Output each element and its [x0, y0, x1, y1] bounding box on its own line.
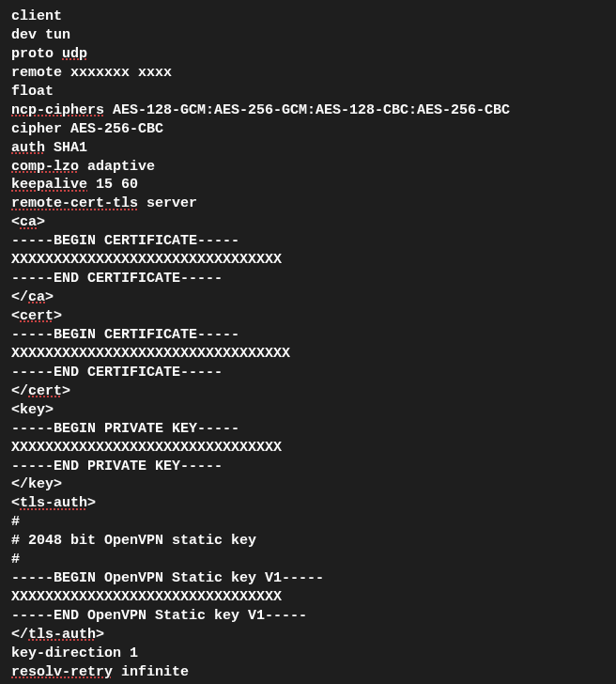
config-line: </cert> — [11, 382, 605, 401]
spell-underline-text: keepalive — [11, 177, 87, 193]
config-line: # — [11, 513, 605, 532]
config-line: -----END OpenVPN Static key V1----- — [11, 607, 605, 626]
config-text: server — [138, 195, 197, 211]
config-text: -----BEGIN CERTIFICATE----- — [11, 327, 239, 343]
config-line: remote xxxxxxx xxxx — [11, 64, 605, 83]
config-text: </ — [11, 289, 28, 305]
config-line: cipher AES-256-CBC — [11, 120, 605, 139]
config-line: <cert> — [11, 307, 605, 326]
config-line: </tls-auth> — [11, 626, 605, 645]
config-text: < — [11, 308, 20, 324]
config-line: # — [11, 551, 605, 569]
config-text: remote xxxxxxx xxxx — [11, 65, 172, 81]
config-line: </key> — [11, 475, 605, 494]
config-line: resolv-retry infinite — [11, 663, 605, 682]
config-line: key-direction 1 — [11, 645, 605, 663]
spell-underline-text: ncp-ciphers — [11, 102, 104, 118]
config-line: <key> — [11, 401, 605, 420]
config-text: -----END CERTIFICATE----- — [11, 271, 223, 287]
config-text: -----END OpenVPN Static key V1----- — [11, 608, 307, 624]
spell-underline-text: resolv-retry — [11, 664, 113, 680]
config-text: > — [37, 214, 45, 230]
config-line: dev tun — [11, 26, 605, 45]
config-line: -----BEGIN PRIVATE KEY----- — [11, 420, 605, 439]
config-line: XXXXXXXXXXXXXXXXXXXXXXXXXXXXXXXX — [11, 251, 605, 270]
config-line: -----END PRIVATE KEY----- — [11, 458, 605, 476]
config-line: XXXXXXXXXXXXXXXXXXXXXXXXXXXXXXXXX — [11, 345, 605, 364]
config-line: <tls-auth> — [11, 494, 605, 513]
config-text: dev tun — [11, 27, 70, 43]
config-text: float — [11, 84, 54, 100]
spell-underline-text: ca — [20, 214, 37, 230]
config-text: > — [45, 289, 54, 305]
config-line: comp-lzo adaptive — [11, 158, 605, 177]
spell-underline-text: auth — [11, 140, 45, 156]
config-line: ncp-ciphers AES-128-GCM:AES-256-GCM:AES-… — [11, 101, 605, 120]
config-line: auth SHA1 — [11, 139, 605, 158]
config-line: -----BEGIN CERTIFICATE----- — [11, 232, 605, 251]
config-text: # — [11, 514, 20, 530]
openvpn-config-view: clientdev tunproto udpremote xxxxxxx xxx… — [11, 8, 605, 684]
config-line: client — [11, 8, 605, 26]
config-text: <key> — [11, 402, 54, 418]
spell-underline-text: cert — [20, 308, 54, 324]
config-text: XXXXXXXXXXXXXXXXXXXXXXXXXXXXXXXX — [11, 589, 282, 605]
config-text: < — [11, 214, 20, 230]
config-text: XXXXXXXXXXXXXXXXXXXXXXXXXXXXXXXXX — [11, 346, 290, 362]
config-line: XXXXXXXXXXXXXXXXXXXXXXXXXXXXXXXX — [11, 588, 605, 607]
config-text: XXXXXXXXXXXXXXXXXXXXXXXXXXXXXXXX — [11, 252, 282, 268]
config-text: 15 60 — [87, 177, 138, 193]
config-text: client — [11, 8, 62, 24]
config-text: AES-128-GCM:AES-256-GCM:AES-128-CBC:AES-… — [104, 102, 510, 118]
config-line: -----BEGIN OpenVPN Static key V1----- — [11, 569, 605, 588]
config-text: > — [62, 383, 70, 399]
config-text: key-direction 1 — [11, 645, 138, 661]
config-line: float — [11, 83, 605, 101]
config-text: XXXXXXXXXXXXXXXXXXXXXXXXXXXXXXXX — [11, 440, 282, 456]
config-line: # 2048 bit OpenVPN static key — [11, 532, 605, 551]
config-text: -----BEGIN CERTIFICATE----- — [11, 233, 239, 249]
config-line: keepalive 15 60 — [11, 176, 605, 194]
config-line: -----END CERTIFICATE----- — [11, 364, 605, 382]
config-text: infinite — [113, 664, 189, 680]
config-line: remote-cert-tls server — [11, 194, 605, 213]
spell-underline-text: remote-cert-tls — [11, 195, 138, 211]
config-text: -----BEGIN OpenVPN Static key V1----- — [11, 570, 324, 586]
config-text: # 2048 bit OpenVPN static key — [11, 533, 256, 549]
spell-underline-text: tls-auth — [28, 627, 96, 643]
config-text: -----END PRIVATE KEY----- — [11, 459, 223, 474]
spell-underline-text: tls-auth — [20, 495, 87, 511]
config-text: </ — [11, 627, 28, 643]
config-text: > — [54, 308, 62, 324]
config-line: -----END CERTIFICATE----- — [11, 270, 605, 288]
spell-underline-text: comp-lzo — [11, 159, 79, 175]
config-text: > — [96, 627, 104, 643]
config-text: </key> — [11, 476, 62, 492]
config-text: < — [11, 495, 20, 511]
config-text: adaptive — [79, 159, 155, 175]
config-text: > — [87, 495, 96, 511]
config-line: -----BEGIN CERTIFICATE----- — [11, 326, 605, 345]
config-text: SHA1 — [45, 140, 87, 156]
config-text: proto — [11, 46, 62, 62]
config-text: -----BEGIN PRIVATE KEY----- — [11, 421, 239, 437]
config-text: -----END CERTIFICATE----- — [11, 365, 223, 381]
config-text: </ — [11, 383, 28, 399]
spell-underline-text: cert — [28, 383, 62, 399]
config-text: # — [11, 552, 20, 567]
config-line: </ca> — [11, 288, 605, 307]
config-line: proto udp — [11, 45, 605, 64]
spell-underline-text: ca — [28, 289, 45, 305]
config-line: <ca> — [11, 213, 605, 232]
config-text: cipher AES-256-CBC — [11, 121, 163, 137]
spell-underline-text: udp — [62, 46, 87, 62]
config-line: XXXXXXXXXXXXXXXXXXXXXXXXXXXXXXXX — [11, 439, 605, 458]
